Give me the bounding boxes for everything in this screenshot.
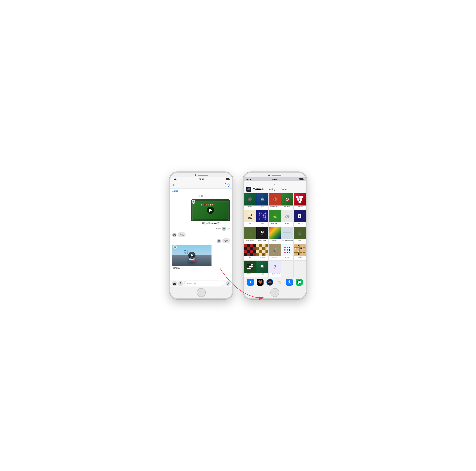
game-cell-battleship[interactable]: 🚢 海战	[256, 194, 268, 210]
right-phone-bottom	[244, 287, 306, 298]
pool-caption: 我们来玩8 Ball+吧	[191, 222, 230, 225]
game-thumb-archery: 🎯	[281, 194, 293, 206]
game-cell-shuffleboard[interactable]: SHUFFLEBOARD	[281, 227, 293, 244]
signal-icon	[173, 179, 176, 180]
play-button-pool[interactable]	[207, 207, 214, 214]
store-link[interactable]: Store	[281, 188, 287, 191]
speaker	[198, 175, 208, 176]
settings-link[interactable]: Settings	[268, 188, 277, 191]
pool-game-thumb[interactable]: 🎮	[191, 199, 230, 221]
game-cell-gomoku[interactable]: 五子棋	[294, 244, 306, 260]
game-cell-archery[interactable]: 🎯 ARCHERY	[281, 194, 293, 210]
game-label-reversi: REVERSI	[247, 273, 253, 275]
pool-bubble[interactable]: 🎮 我们来玩8 Ball+吧	[191, 199, 230, 225]
contact-name-bubble: 海战	[177, 232, 186, 237]
dock-alipay[interactable]: 支	[286, 279, 293, 286]
nav-bar-left: ‹ i	[170, 181, 232, 189]
replay-button[interactable]: ↺重播	[172, 190, 178, 193]
game-label-shuffleboard: SHUFFLEBOARD	[281, 239, 293, 242]
game-cell-20q[interactable]: ❓ 20 QUESTIONS	[269, 261, 281, 277]
game-thumb-checkers	[244, 244, 256, 256]
chevron-row: ⌄	[244, 181, 306, 186]
game-cell-connect4[interactable]: 四子棋	[256, 210, 268, 227]
message-input[interactable]: iMessage	[184, 281, 224, 286]
game-thumb-pushtoy: 🤖	[281, 210, 293, 222]
camera-dot-right	[268, 174, 270, 176]
right-phone-top	[244, 173, 306, 177]
left-phone: ▾ 09:41 ‹ i ↺重播 今天 17:02	[169, 172, 233, 299]
game-label-dots: 点与格	[285, 256, 290, 259]
wifi-icon-right: ▾	[250, 178, 251, 180]
game-cell-dots[interactable]: 点与格	[281, 244, 293, 260]
info-button[interactable]: i	[225, 183, 229, 187]
game-cell-mancala[interactable]: 🪨 MANCALA	[269, 244, 281, 260]
game-label-archery: ARCHERY	[284, 206, 291, 208]
ship-msg-row: 🚢 ✈️ 🎮	[172, 244, 230, 266]
game-thumb-connect4	[256, 210, 268, 222]
game-cell-cuppong[interactable]: CUP PONG	[294, 194, 306, 210]
game-cell-reversi[interactable]: REVERSI	[244, 261, 256, 277]
games-logo: 🎮	[246, 187, 251, 192]
wifi-icon: ▾	[176, 178, 177, 181]
game-cell-filler[interactable]: FILLER	[269, 227, 281, 244]
game-label-pushtoy: 推推乐	[285, 222, 290, 225]
game-cell-basketball[interactable]: 🏀 BASKETBALL	[269, 194, 281, 210]
dock-wechat[interactable]: 💬	[296, 279, 303, 286]
games-header-wrapper: ⌄ 🎮 Games | Settings | Store	[244, 181, 306, 194]
signal-icon-right	[247, 178, 249, 180]
play-button-ship[interactable]	[188, 252, 195, 259]
game-cell-pushtoy[interactable]: 🤖 推推乐	[281, 210, 293, 227]
messages-body: ↺重播 今天 17:02	[170, 189, 232, 280]
ship-game-thumb[interactable]: 🚢 ✈️ 🎮	[172, 244, 211, 266]
game-thumb-billiard: 🎱	[256, 261, 268, 273]
app-button[interactable]: A	[178, 281, 183, 286]
dock-games[interactable]: 🎮	[267, 279, 273, 286]
home-button-right[interactable]	[270, 288, 279, 297]
game-label-connect4: 四子棋	[260, 222, 265, 225]
dock-heart[interactable]: ❤️	[257, 279, 264, 286]
game-thumb-paintball: 🪖	[244, 227, 256, 239]
battery-icon	[226, 178, 229, 180]
scene: ▾ 09:41 ‹ i ↺重播 今天 17:02	[169, 172, 307, 299]
avatar-left: 🎮	[172, 233, 176, 237]
game-label-billiard: 一球	[261, 273, 264, 276]
game-cell-minigolf[interactable]: ⛳ MINI GOLF	[269, 210, 281, 227]
game-thumb-8ball: 🎱	[244, 194, 256, 206]
bottom-dock: ❤️ 🎮 🏷️ 支 💬	[244, 277, 306, 287]
turn-text: 轮到您了。	[172, 266, 230, 269]
game-cell-billiard[interactable]: 🎱 一球	[256, 261, 268, 277]
game-cell-tank[interactable]: 🪖 坦克	[294, 227, 306, 244]
game-cell-word[interactable]: TRAC 字谜	[244, 210, 256, 227]
game-cell-paintball[interactable]: 🪖 PAINTBALL	[244, 227, 256, 244]
game-label-chess: CHESS	[260, 256, 265, 258]
camera-button[interactable]: 📷	[172, 281, 177, 286]
status-left: ▾	[173, 178, 177, 181]
game-cell-empty1	[281, 261, 293, 277]
game-label-paintball: PAINTBALL	[246, 239, 254, 242]
read-receipt: 17:03 已读 🎮 海战	[172, 227, 230, 231]
home-button-left[interactable]	[197, 288, 206, 297]
game-label-crazy8: CRAZY 8	[296, 222, 303, 225]
status-bar-right: ▾ 09:41	[244, 177, 306, 181]
camera-dot	[195, 174, 196, 176]
cup-arrangement	[296, 196, 304, 203]
game-cell-8ball[interactable]: 🎱 8球台球	[244, 194, 256, 210]
game-label-cuppong: CUP PONG	[296, 206, 304, 208]
game-thumb-basketball: 🏀	[269, 194, 281, 206]
game-cell-wordhunt[interactable]: DINU WORD HUNT	[256, 227, 268, 244]
contact-name-bubble-2: 海战	[222, 238, 230, 243]
game-thumb-20q: ❓	[269, 261, 281, 273]
game-thumb-reversi	[244, 261, 256, 273]
timestamp: 今天 17:02	[172, 195, 230, 197]
right-phone: ▾ 09:41 ⌄ 🎮 Games | Settings	[243, 172, 307, 299]
game-cell-chess[interactable]: ♟ CHESS	[256, 244, 268, 260]
game-cell-checkers[interactable]: 跳棋	[244, 244, 256, 260]
game-cell-crazy8[interactable]: 2 CRAZY 8	[294, 210, 306, 227]
dock-appstore[interactable]	[247, 279, 254, 286]
game-cell-empty2	[294, 261, 306, 277]
mic-button[interactable]: 🎤	[226, 281, 230, 286]
chevron-down-icon[interactable]: ⌄	[274, 182, 276, 186]
game-label-word: 字谜	[248, 222, 252, 225]
back-button[interactable]: ‹	[173, 183, 174, 187]
dock-sticker[interactable]: 🏷️	[276, 279, 283, 286]
